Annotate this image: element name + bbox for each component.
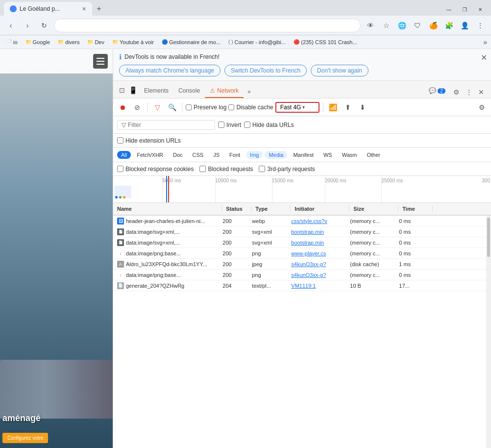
- devtools-more-button[interactable]: ⋮: [463, 86, 475, 98]
- filter-wasm-button[interactable]: Wasm: [338, 151, 361, 159]
- tab-network[interactable]: ⚠ Network: [205, 84, 244, 98]
- match-language-button[interactable]: Always match Chrome's language: [119, 65, 221, 76]
- column-time[interactable]: Time: [398, 206, 433, 212]
- menu-icon[interactable]: ⋮: [473, 19, 487, 32]
- filter-doc-button[interactable]: Doc: [169, 151, 187, 159]
- filter-manifest-button[interactable]: Manifest: [289, 151, 318, 159]
- third-party-checkbox[interactable]: [259, 166, 265, 172]
- export-button[interactable]: ⬇: [356, 101, 369, 114]
- import-button[interactable]: ⬆: [342, 101, 354, 114]
- bookmark-item-dev[interactable]: 📁 Dev: [85, 38, 106, 46]
- invert-label[interactable]: Invert: [218, 122, 241, 128]
- filter-ws-button[interactable]: WS: [319, 151, 336, 159]
- blocked-cookies-label[interactable]: Blocked response cookies: [117, 166, 194, 173]
- bookmark-item-css[interactable]: 🔴 (235) CSS 101 Crash...: [292, 38, 359, 46]
- hide-data-urls-checkbox[interactable]: [244, 122, 250, 128]
- tab-selector-icon[interactable]: ⊡: [117, 83, 127, 98]
- filter-input-wrapper[interactable]: ▽: [117, 120, 215, 130]
- table-row[interactable]: A Aldro_lu23XPFQd-bkc30Lm1YY... 200 jpeg…: [113, 259, 486, 270]
- devtools-close-button[interactable]: ✕: [475, 86, 487, 98]
- browser-tab[interactable]: Le Goéland p... ✕: [4, 2, 92, 16]
- info-close-button[interactable]: ✕: [481, 53, 487, 62]
- blocked-cookies-checkbox[interactable]: [117, 166, 123, 172]
- bookmark-item-youtube[interactable]: 📁 Youtube à voir: [110, 38, 156, 46]
- scrollbar-thumb[interactable]: [487, 218, 490, 257]
- preserve-log-label[interactable]: Preserve log: [186, 104, 226, 111]
- hide-extension-label[interactable]: Hide extension URLs: [117, 137, 181, 144]
- cell-initiator-2: bootstrap.min: [287, 229, 346, 235]
- reload-button[interactable]: ↻: [37, 19, 51, 32]
- maximize-button[interactable]: ❐: [458, 5, 471, 14]
- bookmark-icon[interactable]: ☆: [379, 19, 393, 32]
- tab-close-btn[interactable]: ✕: [82, 6, 86, 12]
- timeline-blue-line: [166, 176, 167, 202]
- blocked-requests-label[interactable]: Blocked requests: [199, 166, 253, 173]
- table-scrollbar[interactable]: [486, 216, 491, 448]
- file-icon-doc-2: 📄: [117, 228, 124, 235]
- table-row[interactable]: 📄 generate_204?QZHwRg 204 text/pl... VM1…: [113, 280, 486, 291]
- tab-device-icon[interactable]: 📱: [127, 83, 139, 98]
- configure-button[interactable]: Configurez votre: [2, 433, 48, 443]
- switch-french-button[interactable]: Switch DevTools to French: [224, 65, 307, 76]
- filter-css-button[interactable]: CSS: [189, 151, 208, 159]
- column-type[interactable]: Type: [251, 206, 291, 212]
- throttle-dropdown[interactable]: Fast 4G ▾: [275, 102, 319, 113]
- column-initiator[interactable]: Initiator: [291, 206, 349, 212]
- table-row[interactable]: 📄 data:image/svg+xml,... 200 svg+xml boo…: [113, 226, 486, 237]
- tab-more-button[interactable]: »: [244, 85, 255, 98]
- search-button[interactable]: 🔍: [166, 101, 178, 114]
- bookmark-item-divers[interactable]: 📁 divers: [56, 38, 81, 46]
- tab-elements[interactable]: Elements: [139, 84, 173, 98]
- shield-icon[interactable]: 🛡: [411, 19, 424, 32]
- avatar-icon[interactable]: 👤: [458, 19, 471, 32]
- table-row[interactable]: ↓ data:image/png;base... 200 png s4kunQ3…: [113, 270, 486, 280]
- disable-cache-label[interactable]: Disable cache: [228, 104, 273, 111]
- bookmark-item-google[interactable]: 📁 Google: [24, 38, 52, 46]
- devtools-settings-button[interactable]: ⚙: [450, 86, 463, 98]
- filter-input[interactable]: [128, 122, 211, 128]
- column-size[interactable]: Size: [349, 206, 398, 212]
- hide-data-urls-text: Hide data URLs: [252, 122, 294, 128]
- column-name[interactable]: Name: [113, 206, 222, 212]
- bookmark-item-gestionnaire[interactable]: 🔵 Gestionnaire de mo...: [160, 38, 222, 46]
- filter-font-button[interactable]: Font: [225, 151, 244, 159]
- preserve-log-checkbox[interactable]: [186, 104, 192, 110]
- tab-console[interactable]: Console: [173, 84, 205, 98]
- filter-button[interactable]: ▽: [151, 101, 164, 114]
- table-row[interactable]: 🖼 header-jean-charles-et-julien-ni... 20…: [113, 216, 486, 226]
- close-button[interactable]: ✕: [473, 5, 487, 14]
- address-bar-input[interactable]: [54, 19, 361, 32]
- bookmark-item-courrier[interactable]: ( ) Courrier - info@gibi...: [226, 38, 288, 46]
- new-tab-button[interactable]: +: [92, 2, 106, 16]
- clear-button[interactable]: ⊘: [131, 101, 144, 114]
- dont-show-button[interactable]: Don't show again: [311, 65, 368, 76]
- third-party-label[interactable]: 3rd-party requests: [259, 166, 315, 173]
- tab-badge-area[interactable]: 💬 2: [424, 84, 450, 98]
- filter-other-button[interactable]: Other: [363, 151, 384, 159]
- hide-data-urls-label[interactable]: Hide data URLs: [244, 122, 294, 128]
- wifi-button[interactable]: 📶: [327, 101, 340, 114]
- filter-fetch-button[interactable]: Fetch/XHR: [133, 151, 167, 159]
- table-row[interactable]: 📄 data:image/svg+xml,... 200 svg+xml boo…: [113, 237, 486, 248]
- filter-media-button[interactable]: Media: [265, 151, 287, 159]
- blocked-requests-checkbox[interactable]: [199, 166, 206, 172]
- eyeoff-icon[interactable]: 👁: [364, 19, 377, 32]
- back-button[interactable]: ‹: [4, 19, 18, 32]
- filter-img-button[interactable]: Img: [246, 151, 263, 159]
- record-button[interactable]: ⏺: [116, 101, 129, 114]
- minimize-button[interactable]: —: [442, 5, 456, 14]
- bookmark-item-io[interactable]: 📄 io: [4, 38, 20, 46]
- bookmarks-more-button[interactable]: »: [483, 38, 487, 46]
- column-status[interactable]: Status: [222, 206, 251, 212]
- tab-title: Le Goéland p...: [20, 5, 60, 12]
- forward-button[interactable]: ›: [21, 19, 34, 32]
- filter-all-button[interactable]: All: [117, 151, 131, 159]
- table-row[interactable]: ↓ data:image/png;base... 200 png www-pla…: [113, 248, 486, 259]
- filter-js-button[interactable]: JS: [209, 151, 223, 159]
- network-settings-button[interactable]: ⚙: [475, 101, 488, 114]
- info-icon[interactable]: 🌐: [395, 19, 409, 32]
- hide-extension-checkbox[interactable]: [117, 137, 123, 144]
- invert-checkbox[interactable]: [218, 122, 224, 128]
- extensions-icon[interactable]: 🧩: [442, 19, 456, 32]
- disable-cache-checkbox[interactable]: [228, 104, 234, 110]
